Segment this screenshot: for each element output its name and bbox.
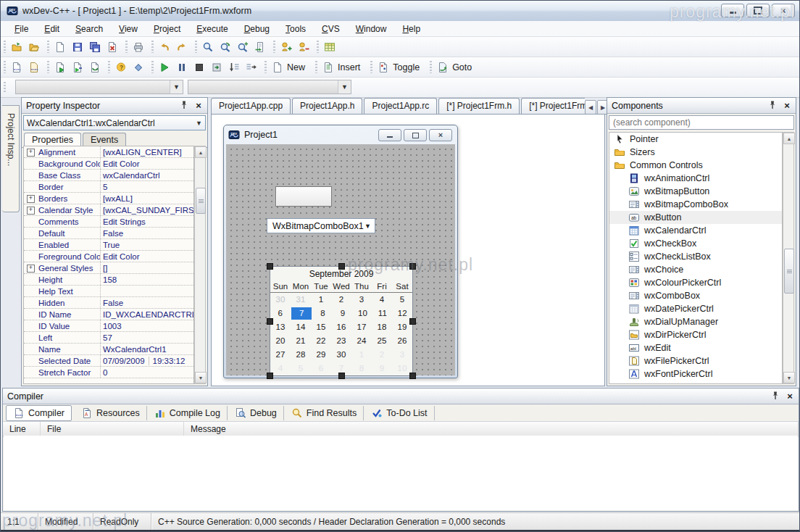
menu-cvs[interactable]: CVS (314, 22, 348, 36)
property-row[interactable]: ID NameID_WXCALENDARCTRL1 (24, 309, 193, 320)
property-value[interactable]: [wxALIGN_CENTER] (101, 146, 193, 157)
calendar-day[interactable]: 5 (392, 293, 412, 307)
compiler-tab-resources[interactable]: AResources (75, 406, 147, 420)
calendar-day[interactable]: 30 (270, 293, 291, 307)
calendar-day[interactable]: 21 (291, 334, 311, 348)
menu-execute[interactable]: Execute (188, 22, 236, 36)
property-row[interactable]: Stretch Factor0 (24, 367, 193, 378)
property-grid-scrollbar[interactable]: ▲ ▼ (194, 146, 206, 384)
component-search-input[interactable] (609, 115, 794, 130)
component-item-sizers[interactable]: Sizers (609, 146, 782, 159)
component-item-wxchecklistbox[interactable]: wxCheckListBox (609, 250, 782, 263)
property-row[interactable]: ID Value1003 (24, 320, 193, 332)
calendar-day[interactable]: 25 (372, 334, 392, 348)
property-row[interactable]: HiddenFalse (24, 297, 193, 309)
step-into-button[interactable] (243, 59, 260, 76)
calendar-day[interactable]: 28 (291, 348, 311, 362)
find-replace-button[interactable] (217, 38, 234, 56)
pin-icon[interactable] (178, 99, 190, 111)
component-item-wxchoice[interactable]: wxChoice (609, 263, 782, 276)
component-item-wxbitmapbutton[interactable]: wxBitmapButton (609, 185, 782, 198)
property-row[interactable]: Height158 (24, 274, 193, 286)
compiler-tab-compile-log[interactable]: Compile Log (148, 406, 228, 420)
close-button[interactable]: × (772, 4, 795, 17)
column-header-line[interactable]: Line (3, 422, 41, 436)
property-value[interactable]: 5 (101, 181, 193, 192)
property-row[interactable]: DefaultFalse (24, 228, 193, 239)
component-item-wxcombobox[interactable]: wxComboBox (609, 289, 782, 302)
expand-icon[interactable]: + (27, 265, 35, 273)
property-row[interactable]: Base ClasswxCalendarCtrl (24, 170, 193, 181)
resize-handle[interactable] (338, 373, 345, 379)
property-row[interactable]: +Borders[wxALL] (24, 193, 193, 204)
undo-button[interactable] (156, 38, 173, 56)
component-item-wxbutton[interactable]: abwxButton (609, 211, 782, 224)
stop-button[interactable] (191, 59, 208, 76)
compiler-profile-dropdown[interactable]: ▼ (15, 80, 183, 94)
calendar-day[interactable]: 9 (372, 362, 392, 375)
property-value[interactable]: [] (101, 262, 193, 273)
expand-icon[interactable]: + (27, 195, 35, 203)
redo-button[interactable] (173, 38, 191, 56)
compile-run-button[interactable] (69, 59, 86, 76)
print-button[interactable] (130, 38, 147, 56)
editor-tab[interactable]: [*] Project1Frm.h (438, 98, 520, 114)
property-value[interactable]: Edit Color (101, 251, 193, 262)
scrollbar-thumb[interactable] (196, 188, 206, 214)
property-row[interactable]: CommentsEdit Strings (24, 216, 193, 228)
editor-tab[interactable]: Project1App.h (292, 98, 362, 114)
calendar-day[interactable]: 24 (351, 334, 372, 348)
property-value[interactable]: 158 (101, 274, 193, 285)
property-row[interactable]: EnabledTrue (24, 239, 193, 251)
menu-file[interactable]: File (7, 22, 36, 36)
remove-item-button[interactable] (295, 38, 312, 56)
menu-debug[interactable]: Debug (236, 22, 278, 36)
calendar-day[interactable]: 4 (270, 362, 291, 375)
calendar-day[interactable]: 23 (331, 334, 351, 348)
component-item-wxcolourpickerctrl[interactable]: wxColourPickerCtrl (609, 276, 782, 289)
save-all-button[interactable] (86, 38, 104, 56)
scroll-down-icon[interactable]: ▼ (195, 372, 207, 383)
component-item-wxdialupmanager[interactable]: wxDialUpManager (609, 315, 782, 328)
form-designer-canvas[interactable]: DEV Project1 × WxBitmapComboBox1 ▼ (211, 114, 605, 386)
calendar-day[interactable]: 31 (291, 293, 311, 307)
property-value[interactable]: wxCalendarCtrl (101, 170, 193, 180)
goto-button[interactable]: Goto (434, 59, 478, 76)
calendar-day[interactable]: 22 (311, 334, 331, 348)
run-button[interactable] (156, 59, 173, 76)
column-header-message[interactable]: Message (184, 422, 799, 436)
new-file-button[interactable] (51, 38, 69, 56)
calendar-day[interactable]: 6 (270, 307, 290, 320)
menu-tools[interactable]: Tools (278, 22, 314, 36)
project-inspector-tab[interactable]: Project Insp... (2, 105, 20, 212)
calendar-day[interactable]: 3 (351, 293, 372, 307)
component-item-wxbitmapcombobox[interactable]: wxBitmapComboBox (609, 198, 782, 211)
close-icon[interactable]: × (193, 99, 204, 111)
compiler-tab-compiler[interactable]: 0101Compiler (6, 405, 72, 421)
calendar-day[interactable]: 2 (331, 293, 351, 307)
calendar-day[interactable]: 15 (311, 320, 331, 334)
open-project-button[interactable] (8, 38, 25, 56)
rebuild-all-button[interactable] (86, 59, 104, 76)
property-row[interactable]: Foreground ColorEdit Color (24, 251, 193, 262)
compiler-tab-debug[interactable]: Debug (228, 406, 284, 420)
object-selector-dropdown[interactable]: WxCalendarCtrl1:wxCalendarCtrl ▼ (23, 115, 206, 130)
property-value[interactable]: ID_WXCALENDARCTRL1 (101, 309, 193, 320)
property-row[interactable]: Left57 (24, 332, 193, 344)
maximize-button[interactable] (746, 4, 770, 17)
property-row[interactable]: +Calendar Style[wxCAL_SUNDAY_FIRST, (24, 204, 193, 216)
new-button[interactable]: New (269, 59, 311, 76)
menu-window[interactable]: Window (348, 22, 395, 36)
minimize-button[interactable] (721, 4, 744, 17)
resize-handle[interactable] (409, 263, 416, 270)
calendar-day[interactable]: 8 (313, 307, 333, 320)
open-file-button[interactable] (25, 38, 43, 56)
property-row[interactable]: Border5 (24, 181, 193, 193)
form-bitmapcombobox-widget[interactable]: WxBitmapComboBox1 ▼ (267, 218, 375, 233)
resize-handle[interactable] (267, 263, 273, 270)
form-minimize-button[interactable] (378, 129, 401, 141)
menu-help[interactable]: Help (394, 22, 428, 36)
property-value[interactable]: [wxCAL_SUNDAY_FIRST, (101, 204, 193, 215)
property-row[interactable]: Help Text (24, 286, 193, 297)
property-value[interactable]: 0 (101, 367, 193, 378)
